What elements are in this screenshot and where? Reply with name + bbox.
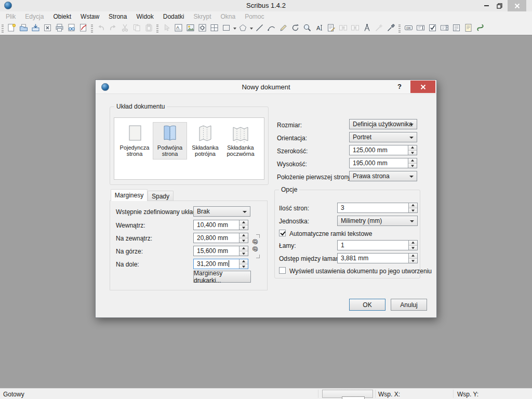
toolbar-export-pdf-button[interactable] <box>77 22 89 34</box>
preset-layout-select[interactable]: Brak <box>193 206 250 217</box>
spin-up-button[interactable] <box>409 203 417 208</box>
menu-item-strona[interactable]: Strona <box>104 11 131 22</box>
page-count-spinbox[interactable]: 3 <box>337 203 418 213</box>
spin-down-button[interactable] <box>409 259 417 263</box>
toolbar-print-document-button[interactable] <box>54 22 65 34</box>
toolbar-pdf-push-button-button[interactable]: OK <box>403 22 415 34</box>
toolbar-preflight-verifier-button[interactable] <box>65 22 77 34</box>
spin-up-button[interactable] <box>408 158 417 164</box>
spin-up-button[interactable] <box>408 145 417 151</box>
orientation-select[interactable]: Portret <box>349 132 417 142</box>
menu-item-plik[interactable]: Plik <box>1 11 20 22</box>
tab-margins[interactable]: Marginesy <box>111 189 148 201</box>
spin-down-button[interactable] <box>240 238 248 243</box>
toolbar-undo-button[interactable] <box>95 22 107 34</box>
toolbar-pdf-link-annotation-button[interactable] <box>474 22 486 34</box>
toolbar-dropdown-caret[interactable] <box>249 22 254 34</box>
toolbar-copy-properties-button[interactable] <box>373 22 385 34</box>
toolbar-story-editor-button[interactable] <box>325 22 337 34</box>
dialog-close-button[interactable] <box>410 81 435 93</box>
toolbar-insert-text-frame-button[interactable]: A <box>172 22 184 34</box>
toolbar-pdf-text-field-button[interactable] <box>415 22 427 34</box>
minimize-button[interactable] <box>481 0 492 11</box>
spin-down-button[interactable] <box>408 164 417 168</box>
toolbar-cut-button[interactable] <box>119 22 131 34</box>
width-spinbox[interactable]: 125,000 mm <box>349 145 417 155</box>
spin-up-button[interactable] <box>240 220 248 225</box>
toolbar-insert-shape-button[interactable] <box>220 22 232 34</box>
toolbar-eye-dropper-button[interactable] <box>385 22 397 34</box>
toolbar-zoom-button[interactable] <box>301 22 313 34</box>
toolbar-dropdown-caret[interactable] <box>232 22 237 34</box>
restore-button[interactable] <box>494 0 505 11</box>
spin-down-button[interactable] <box>240 225 248 230</box>
spin-down-button[interactable] <box>409 208 417 213</box>
cancel-button[interactable]: Anuluj <box>391 299 427 311</box>
toolbar-close-document-button[interactable] <box>42 22 54 34</box>
toolbar-unlink-frames-button[interactable] <box>349 22 361 34</box>
margin-top-spinbox[interactable]: 15,600 mm <box>193 246 248 256</box>
auto-text-frames-checkbox[interactable] <box>279 230 286 236</box>
columns-spinbox[interactable]: 1 <box>337 240 418 250</box>
height-spinbox[interactable]: 195,000 mm <box>349 158 417 168</box>
spin-up-button[interactable] <box>409 241 417 246</box>
toolbar-insert-image-frame-button[interactable] <box>184 22 196 34</box>
ok-button[interactable]: OK <box>349 299 385 311</box>
toolbar-pdf-list-box-button[interactable] <box>450 22 462 34</box>
toolbar-pdf-text-annotation-button[interactable] <box>462 22 474 34</box>
layout-option-single[interactable]: Pojedyncza strona <box>117 122 152 159</box>
menu-item-edycja[interactable]: Edycja <box>20 11 48 22</box>
margin-inside-spinbox[interactable]: 10,400 mm <box>193 220 248 230</box>
toolbar-pdf-combo-box-button[interactable] <box>438 22 450 34</box>
toolbar-insert-render-frame-button[interactable] <box>196 22 208 34</box>
menu-item-widok[interactable]: Widok <box>131 11 158 22</box>
toolbar-group-handle[interactable] <box>2 24 4 33</box>
close-window-button[interactable] <box>508 0 526 11</box>
spin-down-button[interactable] <box>240 264 248 269</box>
toolbar-new-document-button[interactable] <box>6 22 18 34</box>
spin-down-button[interactable] <box>240 251 248 256</box>
spin-up-button[interactable] <box>240 246 248 251</box>
toolbar-insert-table-button[interactable] <box>208 22 220 34</box>
layout-option-quadfold[interactable]: Składanka poczwórna <box>223 122 258 159</box>
toolbar-open-document-button[interactable] <box>18 22 30 34</box>
toolbar-insert-freehand-button[interactable] <box>277 22 289 34</box>
layout-option-trifold[interactable]: Składanka potrójna <box>188 122 222 159</box>
spin-up-button[interactable] <box>409 254 417 259</box>
tab-bleeds[interactable]: Spady <box>148 191 174 201</box>
menu-item-wstaw[interactable]: Wstaw <box>76 11 104 22</box>
margin-outside-spinbox[interactable]: 20,800 mm <box>193 233 248 243</box>
menu-item-dodatki[interactable]: Dodatki <box>158 11 189 22</box>
dialog-help-button[interactable]: ? <box>396 83 403 90</box>
spin-down-button[interactable] <box>409 246 417 250</box>
toolbar-insert-line-button[interactable] <box>254 22 265 34</box>
toolbar-group-handle[interactable] <box>398 24 401 33</box>
menu-item-skrypt[interactable]: Skrypt <box>189 11 216 22</box>
menu-item-okna[interactable]: Okna <box>216 11 240 22</box>
toolbar-save-document-button[interactable] <box>30 22 42 34</box>
toolbar-measurements-button[interactable] <box>361 22 373 34</box>
toolbar-edit-contents-button[interactable]: A <box>313 22 325 34</box>
toolbar-insert-polygon-button[interactable] <box>237 22 249 34</box>
margin-bottom-spinbox[interactable]: 31,200 mm <box>193 259 248 269</box>
toolbar-link-frames-button[interactable] <box>337 22 349 34</box>
toolbar-select-item-button[interactable] <box>161 22 172 34</box>
spin-up-button[interactable] <box>240 233 248 238</box>
link-margins-toggle[interactable]: @ @ <box>251 234 261 258</box>
toolbar-group-handle[interactable] <box>91 24 93 33</box>
size-select[interactable]: Definicja użytkownika <box>349 119 417 129</box>
toolbar-redo-button[interactable] <box>107 22 119 34</box>
spin-up-button[interactable] <box>240 259 248 264</box>
first-page-select[interactable]: Prawa strona <box>349 171 417 181</box>
menu-item-obiekt[interactable]: Obiekt <box>48 11 76 22</box>
menu-item-pomoc[interactable]: Pomoc <box>240 11 269 22</box>
toolbar-pdf-checkbox-button[interactable] <box>427 22 438 34</box>
unit-select[interactable]: Milimetry (mm) <box>337 216 418 226</box>
toolbar-insert-bezier-button[interactable] <box>265 22 277 34</box>
column-gap-spinbox[interactable]: 3,881 mm <box>337 253 418 263</box>
printer-margins-button[interactable]: Marginesy drukarki... <box>193 271 251 283</box>
toolbar-rotate-item-button[interactable] <box>289 22 301 34</box>
toolbar-group-handle[interactable] <box>156 24 158 33</box>
layout-option-double[interactable]: Podwójna strona <box>153 122 187 159</box>
toolbar-copy-button[interactable] <box>131 22 143 34</box>
